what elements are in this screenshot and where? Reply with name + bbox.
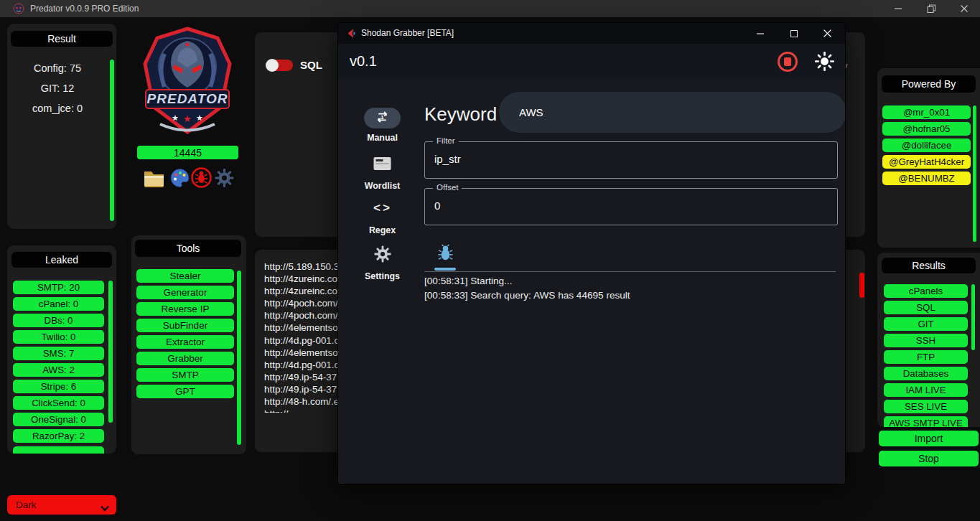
result-scrollbar[interactable] <box>110 60 114 221</box>
results-scrollbar[interactable] <box>971 284 975 350</box>
results-panel-title: Results <box>882 258 976 273</box>
nav-wordlist-label[interactable]: Wordlist <box>355 181 409 191</box>
leaked-item[interactable]: RazorPay: 2 <box>13 429 104 443</box>
restore-icon[interactable] <box>920 0 942 17</box>
nav-regex-label[interactable]: Regex <box>355 225 409 235</box>
credit-item[interactable]: @GreyHatH4cker <box>882 155 971 169</box>
results-item-iam-live[interactable]: IAM LIVE <box>884 383 968 397</box>
keyword-input[interactable]: AWS <box>499 92 845 133</box>
powered-by-panel: Powered By @mr_0x01 @hofnar05 @dolliface… <box>877 68 980 248</box>
url-row: http://49.ip-54-37- <box>264 371 339 383</box>
tools-panel: Tools Stealer Generator Reverse IP SubFi… <box>131 235 246 454</box>
url-row: http://49.ip-54-37- <box>264 383 339 395</box>
powered-by-title: Powered By <box>882 75 976 93</box>
leaked-item[interactable]: Twilio: 0 <box>13 330 104 344</box>
tool-button-smtp[interactable]: SMTP <box>136 368 234 382</box>
leaked-item-clipped[interactable] <box>13 446 104 454</box>
minimize-icon[interactable] <box>887 0 909 17</box>
leaked-item[interactable]: SMS: 7 <box>13 347 104 360</box>
stop-button[interactable]: Stop <box>879 451 979 466</box>
url-scrollbar-red[interactable] <box>859 273 864 298</box>
modal-minimize-icon[interactable] <box>750 23 771 44</box>
folder-icon[interactable] <box>143 169 165 191</box>
bug-icon <box>437 251 454 263</box>
url-row: http://4poch.com/ <box>264 297 339 309</box>
offset-label: Offset <box>433 183 462 192</box>
results-item-ssh[interactable]: SSH <box>884 334 968 347</box>
leaked-item[interactable]: ClickSend: 0 <box>13 396 104 410</box>
modal-titlebar: Shodan Grabber [BETA] <box>338 23 845 44</box>
credit-item[interactable]: @BENUMBZ <box>882 172 971 185</box>
results-item-ftp[interactable]: FTP <box>884 350 968 364</box>
leaked-item[interactable]: OneSignal: 0 <box>13 413 104 426</box>
settings-gear-icon[interactable] <box>374 245 391 266</box>
shodan-grabber-window: Shodan Grabber [BETA] v0.1 1 <box>338 23 845 484</box>
offset-input[interactable]: Offset 0 <box>424 188 838 225</box>
predator-icon <box>13 3 24 17</box>
toggle-knob <box>266 59 279 72</box>
regex-brackets-icon[interactable]: <> <box>367 201 398 215</box>
svg-text:★: ★ <box>172 113 179 122</box>
results-item-databases[interactable]: Databases <box>884 367 968 380</box>
tool-button-generator[interactable]: Generator <box>136 286 234 299</box>
app-titlebar: Predator v0.0.9 PRO Edition <box>0 0 980 17</box>
modal-close-icon[interactable] <box>816 23 838 44</box>
tool-button-extractor[interactable]: Extractor <box>136 335 234 349</box>
nav-manual[interactable]: 1 <box>364 108 401 128</box>
palette-icon[interactable] <box>170 168 190 191</box>
svg-text:1: 1 <box>381 113 384 120</box>
tool-button-gpt[interactable]: GPT <box>136 385 234 398</box>
results-item-sql[interactable]: SQL <box>884 301 968 314</box>
leaked-item[interactable]: SMTP: 20 <box>13 281 104 294</box>
gear-icon[interactable] <box>215 168 234 191</box>
filter-input[interactable]: Filter ip_str <box>424 141 838 179</box>
nav-manual-label[interactable]: Manual <box>355 133 409 143</box>
sun-icon[interactable] <box>815 52 834 74</box>
url-list[interactable]: http://5.189.150.3 http://4zureinc.co ht… <box>264 260 339 413</box>
wordlist-card-icon[interactable] <box>373 156 392 174</box>
repeat-once-icon: 1 <box>375 110 390 127</box>
debug-log-tab[interactable] <box>437 244 454 264</box>
tool-button-stealer[interactable]: Stealer <box>136 269 234 283</box>
results-item-aws-smtp-live[interactable]: AWS SMTP LIVE <box>884 416 968 427</box>
leaked-item[interactable]: Stripe: 6 <box>13 380 104 393</box>
close-icon[interactable] <box>953 0 975 17</box>
sql-toggle[interactable] <box>266 58 294 72</box>
import-button[interactable]: Import <box>879 431 979 446</box>
chevron-down-icon <box>101 502 109 515</box>
theme-select[interactable]: Dark <box>7 495 116 515</box>
url-row: http://4elementso <box>264 347 339 359</box>
tools-scrollbar[interactable] <box>237 271 241 445</box>
modal-maximize-icon[interactable] <box>783 23 805 44</box>
version-label: v0.1 <box>350 44 377 79</box>
bug-badge-icon[interactable] <box>191 167 212 191</box>
log-output: [00:58:31] Starting... [00:58:33] Search… <box>424 274 836 303</box>
results-item-git[interactable]: GIT <box>884 317 968 331</box>
sql-toggle-label: SQL <box>300 55 322 76</box>
credit-item[interactable]: @dollifacee <box>882 139 971 152</box>
tool-button-grabber[interactable]: Grabber <box>136 352 234 365</box>
credit-item[interactable]: @hofnar05 <box>882 122 971 136</box>
result-panel: Result Config: 75 GIT: 12 com_jce: 0 <box>7 24 116 229</box>
log-line: [00:58:33] Search query: AWS has 44695 r… <box>424 288 836 303</box>
tool-button-subfinder[interactable]: SubFinder <box>136 319 234 332</box>
shodan-grabber-icon <box>346 28 357 42</box>
leaked-scrollbar[interactable] <box>108 281 113 423</box>
stop-record-icon[interactable] <box>778 52 798 72</box>
credit-item[interactable]: @mr_0x01 <box>882 105 971 119</box>
tool-button-reverse-ip[interactable]: Reverse IP <box>136 302 234 316</box>
leaked-item[interactable]: AWS: 2 <box>13 363 104 377</box>
powered-by-scrollbar[interactable] <box>973 105 976 242</box>
results-item-cpanels[interactable]: cPanels <box>884 284 968 298</box>
stat-config: Config: 75 <box>7 58 108 78</box>
port-button[interactable]: 14445 <box>137 146 238 159</box>
url-row: http://5.189.150.3 <box>264 260 339 273</box>
leaked-item[interactable]: DBs: 0 <box>13 314 104 327</box>
logo-banner-text: PREDATOR <box>147 91 228 106</box>
leaked-item[interactable]: cPanel: 0 <box>13 297 104 311</box>
results-item-ses-live[interactable]: SES LIVE <box>884 400 968 413</box>
tools-panel-title: Tools <box>135 240 241 257</box>
nav-settings-label[interactable]: Settings <box>355 271 409 281</box>
leaked-panel: Leaked SMTP: 20 cPanel: 0 DBs: 0 Twilio:… <box>7 245 116 454</box>
stat-com-jce: com_jce: 0 <box>7 98 108 118</box>
